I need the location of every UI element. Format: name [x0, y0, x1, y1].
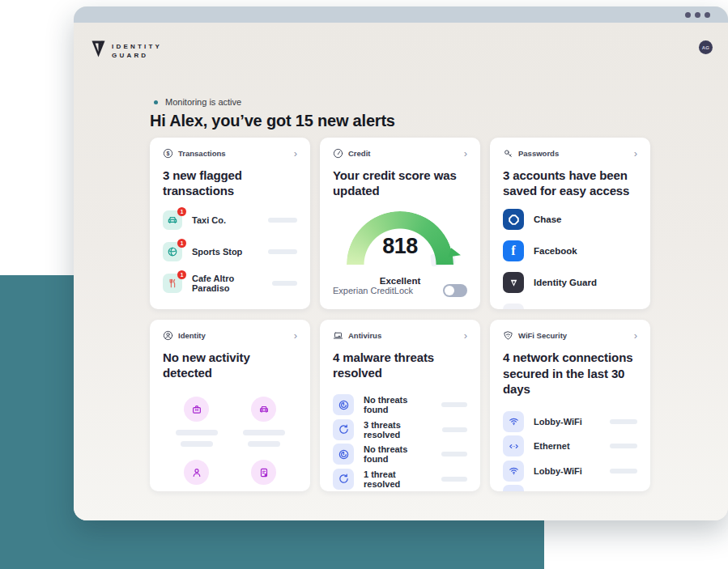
app-content: IDENTITY GUARD AG Monitoring is active H…	[74, 23, 728, 520]
network-row[interactable]: Ethernet	[503, 435, 637, 456]
skeleton-pill	[441, 402, 467, 407]
card-credit: Credit › Your credit score was updated 8…	[320, 138, 480, 309]
transaction-name: Taxi Co.	[192, 215, 226, 225]
card-transactions: $ Transactions › 3 new flagged transacti…	[150, 138, 310, 309]
card-passwords: Passwords › 3 accounts have been saved f…	[490, 138, 650, 309]
credit-score-value: 818	[343, 234, 457, 259]
toggle-knob	[445, 286, 454, 295]
creditlock-toggle[interactable]	[443, 284, 467, 297]
account-name: Identity Guard	[534, 278, 597, 287]
amount-skeleton	[268, 218, 297, 223]
chevron-right-icon: ›	[294, 150, 297, 158]
app-header: IDENTITY GUARD AG	[92, 40, 713, 61]
window-control-dot[interactable]	[705, 12, 710, 18]
transaction-row[interactable]: 1 Sports Stop	[163, 242, 297, 261]
app-window: IDENTITY GUARD AG Monitoring is active H…	[74, 6, 728, 520]
page-title: Hi Alex, you’ve got 15 new alerts	[150, 112, 395, 130]
account-row[interactable]: Identity Guard	[503, 272, 637, 293]
account-name: Facebook	[534, 246, 577, 256]
chase-logo-icon	[503, 209, 524, 230]
card-title: 4 network connections secured in the las…	[503, 350, 637, 397]
status-dot-icon	[154, 100, 158, 104]
status-indicator: Monitoring is active	[154, 97, 241, 107]
credit-score-gauge: 818	[343, 211, 457, 266]
transaction-row[interactable]: 1 Taxi Co.	[163, 210, 297, 230]
card-label: Transactions	[178, 149, 226, 158]
person-circle-icon	[163, 330, 173, 341]
skeleton-pill	[441, 477, 467, 482]
card-label: Antivirus	[348, 331, 381, 340]
network-row[interactable]: Ethernet	[503, 485, 637, 491]
skeleton-bar	[181, 441, 213, 447]
chevron-right-icon: ›	[464, 150, 467, 158]
card-credit-header[interactable]: Credit ›	[333, 148, 467, 159]
ball-icon: 1	[163, 242, 182, 261]
threat-status: No threats found	[364, 395, 432, 414]
window-titlebar	[74, 6, 728, 23]
window-control-dot[interactable]	[685, 12, 691, 18]
card-label: Passwords	[518, 149, 559, 158]
gauge-icon	[333, 148, 343, 159]
card-title: 4 malware threats resolved	[333, 350, 467, 380]
card-passwords-header[interactable]: Passwords ›	[503, 148, 637, 159]
card-title: No new activity detected	[163, 350, 297, 380]
creditlock-label: Experian CreditLock	[333, 286, 413, 295]
identity-tile	[243, 397, 285, 447]
card-antivirus: Antivirus › 4 malware threats resolved N…	[320, 320, 480, 491]
skeleton-bar	[176, 430, 218, 435]
network-name: Lobby-WiFi	[534, 417, 582, 427]
threat-row[interactable]: No threats found	[333, 444, 467, 465]
transaction-name: Sports Stop	[192, 247, 242, 257]
skeleton-bar	[248, 441, 280, 447]
plus-glyph: +	[510, 308, 517, 309]
account-row[interactable]: Chase	[503, 209, 637, 230]
card-title: 3 new flagged transactions	[163, 168, 297, 198]
avatar[interactable]: AG	[699, 40, 713, 54]
network-row[interactable]: Lobby-WiFi	[503, 411, 637, 432]
ethernet-icon	[503, 485, 524, 491]
add-account-row[interactable]: + Add account	[503, 304, 637, 309]
notification-badge: 1	[177, 270, 186, 279]
laptop-icon	[333, 330, 343, 341]
ethernet-icon	[503, 435, 524, 456]
amount-skeleton	[268, 249, 297, 254]
taxi-icon: 1	[163, 210, 182, 230]
card-antivirus-header[interactable]: Antivirus ›	[333, 330, 467, 341]
amount-skeleton	[272, 281, 297, 286]
transaction-row[interactable]: 1 Cafe Altro Paradiso	[163, 274, 297, 293]
skeleton-pill	[441, 452, 467, 456]
card-identity-header[interactable]: Identity ›	[163, 330, 297, 341]
account-row[interactable]: f Facebook	[503, 240, 637, 261]
transaction-name: Cafe Altro Paradiso	[192, 274, 262, 293]
notification-badge: 1	[177, 239, 186, 248]
threat-row[interactable]: No threats found	[333, 394, 467, 415]
key-icon	[503, 148, 513, 159]
status-text: Monitoring is active	[165, 97, 241, 107]
threat-row[interactable]: 3 threats resolved	[333, 419, 467, 440]
chevron-right-icon: ›	[464, 332, 467, 340]
svg-text:$: $	[167, 151, 170, 157]
dollar-circle-icon: $	[163, 148, 173, 159]
threat-row[interactable]: 1 threat resolved	[333, 469, 467, 490]
card-label: WiFi Security	[518, 331, 567, 340]
threat-status: No threats found	[364, 444, 432, 464]
card-transactions-header[interactable]: $ Transactions ›	[163, 148, 297, 159]
person-icon	[184, 460, 209, 485]
skeleton-pill	[610, 469, 637, 473]
card-wifi-header[interactable]: WiFi Security ›	[503, 330, 637, 341]
creditlock-row: Experian CreditLock	[333, 284, 467, 297]
refresh-icon	[333, 419, 354, 440]
network-row[interactable]: Lobby-WiFi	[503, 461, 637, 482]
card-title: 3 accounts have been saved for easy acce…	[503, 168, 637, 198]
skeleton-pill	[442, 427, 467, 432]
scan-icon	[333, 444, 354, 465]
window-control-dot[interactable]	[695, 12, 700, 18]
brand-name: IDENTITY GUARD	[112, 42, 162, 60]
skeleton-pill	[610, 419, 637, 424]
chevron-right-icon: ›	[634, 150, 637, 158]
network-name: Ethernet	[534, 490, 570, 491]
identity-guard-logo-icon	[92, 40, 105, 61]
scan-icon	[333, 394, 354, 415]
briefcase-icon	[184, 397, 209, 422]
chevron-right-icon: ›	[634, 332, 637, 340]
